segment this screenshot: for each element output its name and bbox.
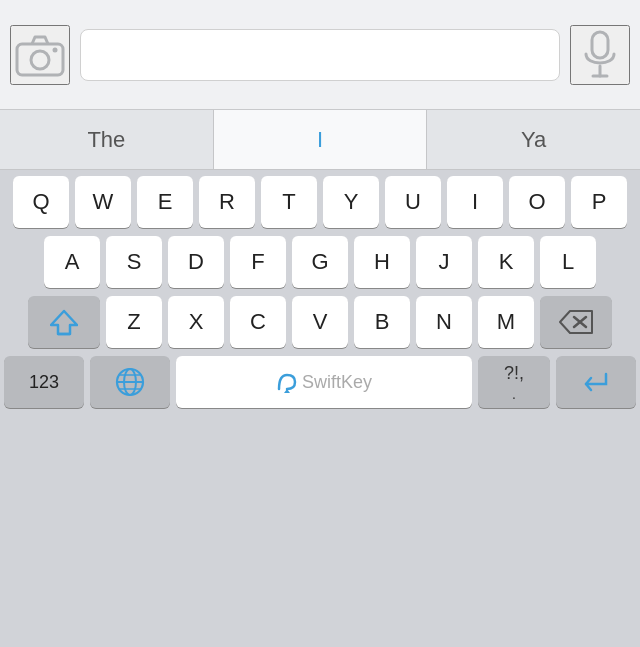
key-b[interactable]: B [354, 296, 410, 348]
key-r[interactable]: R [199, 176, 255, 228]
key-a[interactable]: A [44, 236, 100, 288]
key-p[interactable]: P [571, 176, 627, 228]
key-z[interactable]: Z [106, 296, 162, 348]
key-l[interactable]: L [540, 236, 596, 288]
key-k[interactable]: K [478, 236, 534, 288]
keyboard: Q W E R T Y U I O P A S D F G H J K L Z … [0, 170, 640, 420]
top-bar [0, 0, 640, 110]
camera-icon [15, 33, 65, 77]
key-x[interactable]: X [168, 296, 224, 348]
return-key[interactable] [556, 356, 636, 408]
key-m[interactable]: M [478, 296, 534, 348]
backspace-key[interactable] [540, 296, 612, 348]
punct-key[interactable]: ?!, . [478, 356, 550, 408]
key-row-1: Q W E R T Y U I O P [4, 176, 636, 228]
svg-point-2 [53, 47, 58, 52]
key-v[interactable]: V [292, 296, 348, 348]
key-c[interactable]: C [230, 296, 286, 348]
return-icon [580, 368, 612, 396]
autocomplete-row: The I Ya [0, 110, 640, 170]
globe-key[interactable] [90, 356, 170, 408]
svg-point-1 [31, 51, 49, 69]
key-w[interactable]: W [75, 176, 131, 228]
key-u[interactable]: U [385, 176, 441, 228]
autocomplete-middle[interactable]: I [214, 110, 428, 169]
key-j[interactable]: J [416, 236, 472, 288]
key-q[interactable]: Q [13, 176, 69, 228]
key-i[interactable]: I [447, 176, 503, 228]
svg-rect-3 [592, 32, 608, 58]
key-t[interactable]: T [261, 176, 317, 228]
key-s[interactable]: S [106, 236, 162, 288]
key-y[interactable]: Y [323, 176, 379, 228]
space-key[interactable]: SwiftKey [176, 356, 472, 408]
key-e[interactable]: E [137, 176, 193, 228]
globe-icon [114, 366, 146, 398]
key-row-2: A S D F G H J K L [4, 236, 636, 288]
autocomplete-left[interactable]: The [0, 110, 214, 169]
mic-button[interactable] [570, 25, 630, 85]
backspace-icon [558, 309, 594, 335]
key-d[interactable]: D [168, 236, 224, 288]
shift-key[interactable] [28, 296, 100, 348]
key-f[interactable]: F [230, 236, 286, 288]
search-input[interactable] [80, 29, 560, 81]
shift-icon [50, 308, 78, 336]
key-o[interactable]: O [509, 176, 565, 228]
camera-button[interactable] [10, 25, 70, 85]
swiftkey-symbol [276, 371, 298, 393]
mic-icon [583, 30, 617, 80]
key-row-4: 123 SwiftKey ?!, . [4, 356, 636, 408]
key-row-3: Z X C V B N M [4, 296, 636, 348]
key-n[interactable]: N [416, 296, 472, 348]
swiftkey-logo: SwiftKey [276, 371, 372, 393]
key-h[interactable]: H [354, 236, 410, 288]
autocomplete-right[interactable]: Ya [427, 110, 640, 169]
num-key[interactable]: 123 [4, 356, 84, 408]
key-g[interactable]: G [292, 236, 348, 288]
svg-marker-6 [51, 311, 77, 334]
